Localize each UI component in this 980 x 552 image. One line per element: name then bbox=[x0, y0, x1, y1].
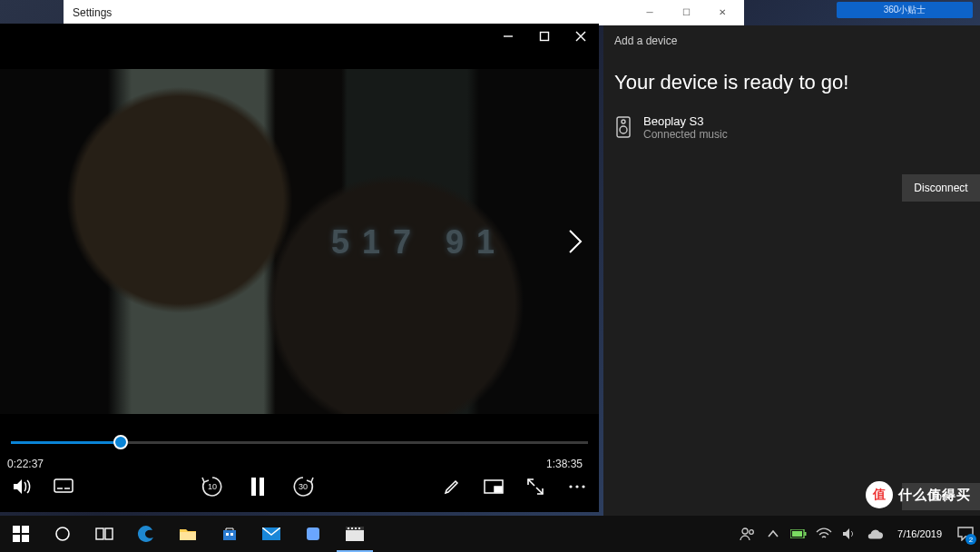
edge-browser-button[interactable] bbox=[125, 516, 167, 552]
draw-button[interactable] bbox=[439, 474, 465, 499]
svg-rect-27 bbox=[226, 533, 229, 536]
device-name: Beoplay S3 bbox=[643, 114, 728, 128]
seek-fill bbox=[11, 441, 121, 444]
svg-rect-40 bbox=[792, 531, 802, 537]
mail-button[interactable] bbox=[250, 516, 292, 552]
device-row[interactable]: Beoplay S3 Connected music bbox=[603, 111, 980, 144]
svg-point-38 bbox=[750, 530, 754, 535]
video-player-window: 517 91 0:22:37 1:38:35 bbox=[0, 24, 599, 512]
svg-line-15 bbox=[536, 488, 543, 494]
svg-point-2 bbox=[620, 126, 627, 133]
svg-rect-26 bbox=[180, 532, 196, 540]
video-signage-text: 517 91 bbox=[331, 223, 507, 261]
svg-rect-30 bbox=[307, 527, 319, 540]
tray-chevron-icon[interactable] bbox=[765, 526, 781, 542]
play-pause-button[interactable] bbox=[245, 474, 270, 499]
volume-button[interactable] bbox=[9, 474, 34, 499]
fullscreen-button[interactable] bbox=[523, 474, 548, 499]
cortana-button[interactable] bbox=[42, 516, 83, 552]
disconnect-button[interactable]: Disconnect bbox=[902, 174, 980, 202]
svg-rect-10 bbox=[251, 478, 256, 496]
notification-badge: 2 bbox=[965, 534, 976, 545]
movies-app-button[interactable] bbox=[334, 516, 376, 552]
file-explorer-button[interactable] bbox=[167, 516, 209, 552]
player-minimize-button[interactable] bbox=[490, 24, 526, 49]
player-close-button[interactable] bbox=[563, 24, 599, 49]
add-device-panel: Add a device Your device is ready to go!… bbox=[603, 25, 980, 516]
action-center-button[interactable]: 2 bbox=[956, 525, 975, 543]
svg-rect-7 bbox=[54, 479, 73, 492]
seek-knob[interactable] bbox=[113, 435, 128, 449]
video-viewport[interactable]: 517 91 bbox=[0, 69, 599, 414]
svg-rect-11 bbox=[260, 478, 264, 496]
sound-tray-icon[interactable] bbox=[841, 526, 858, 542]
player-titlebar bbox=[0, 24, 599, 49]
svg-rect-34 bbox=[351, 527, 353, 529]
device-sub: Connected music bbox=[643, 128, 728, 141]
extra-app-button[interactable] bbox=[292, 516, 334, 552]
more-button[interactable] bbox=[564, 474, 590, 499]
background-app-chip[interactable]: 360小贴士 bbox=[837, 2, 973, 18]
svg-rect-36 bbox=[358, 527, 360, 529]
settings-window-titlebar: Settings ─ ☐ ✕ bbox=[64, 0, 744, 25]
settings-title: Settings bbox=[73, 6, 112, 19]
skip-forward-button[interactable]: 30 bbox=[290, 474, 316, 499]
svg-rect-20 bbox=[22, 526, 29, 533]
battery-icon[interactable] bbox=[790, 526, 807, 542]
svg-line-14 bbox=[528, 479, 534, 486]
svg-rect-4 bbox=[541, 33, 549, 41]
speaker-icon bbox=[614, 114, 632, 140]
svg-point-1 bbox=[622, 120, 625, 123]
start-button[interactable] bbox=[0, 516, 42, 552]
svg-point-23 bbox=[56, 527, 69, 540]
watermark: 值 什么值得买 bbox=[866, 481, 971, 508]
task-view-button[interactable] bbox=[83, 516, 125, 552]
svg-rect-41 bbox=[805, 532, 807, 536]
store-button[interactable] bbox=[209, 516, 250, 552]
wifi-icon[interactable] bbox=[816, 526, 832, 542]
subtitles-button[interactable] bbox=[51, 474, 76, 499]
svg-rect-24 bbox=[96, 528, 103, 539]
svg-rect-35 bbox=[355, 527, 357, 529]
people-icon[interactable] bbox=[740, 526, 756, 542]
svg-rect-21 bbox=[13, 535, 20, 542]
player-maximize-button[interactable] bbox=[526, 24, 563, 49]
svg-point-16 bbox=[569, 485, 572, 488]
taskbar: 7/16/2019 2 bbox=[0, 516, 980, 552]
settings-maximize[interactable]: ☐ bbox=[668, 0, 704, 24]
svg-rect-13 bbox=[495, 487, 502, 492]
watermark-badge: 值 bbox=[866, 481, 893, 508]
svg-point-17 bbox=[575, 485, 578, 488]
next-chapter-button[interactable] bbox=[563, 223, 588, 260]
svg-rect-33 bbox=[348, 527, 349, 529]
watermark-text: 什么值得买 bbox=[898, 487, 971, 504]
mini-view-button[interactable] bbox=[481, 474, 506, 499]
onedrive-icon[interactable] bbox=[867, 526, 883, 542]
svg-rect-22 bbox=[22, 535, 29, 542]
settings-close[interactable]: ✕ bbox=[704, 0, 740, 24]
svg-rect-19 bbox=[13, 526, 20, 533]
svg-point-37 bbox=[742, 528, 748, 534]
svg-rect-28 bbox=[230, 533, 233, 536]
panel-bar-title: Add a device bbox=[603, 25, 980, 56]
taskbar-clock[interactable]: 7/16/2019 bbox=[892, 528, 947, 539]
svg-point-18 bbox=[582, 485, 584, 488]
seek-bar[interactable] bbox=[0, 429, 599, 456]
panel-heading: Your device is ready to go! bbox=[603, 56, 980, 111]
svg-rect-25 bbox=[105, 528, 113, 539]
skip-back-button[interactable]: 10 bbox=[200, 474, 225, 499]
settings-minimize[interactable]: ─ bbox=[632, 0, 668, 24]
